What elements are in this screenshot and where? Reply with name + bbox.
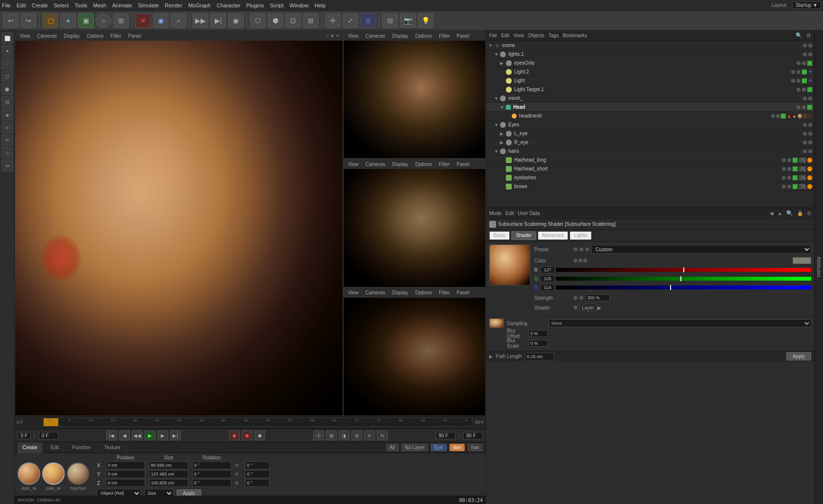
tree-item-leye[interactable]: ▶ L_eye [486, 129, 814, 138]
render-button[interactable]: ⊙ [360, 13, 376, 28]
tab-create[interactable]: Create [18, 442, 43, 453]
prev-frame-button[interactable]: ◀ [119, 431, 130, 440]
tree-item-eyelashes[interactable]: eyelashes ✓ [486, 173, 814, 182]
tab-texture[interactable]: Texture [100, 442, 126, 453]
play-motion-button[interactable]: ▶| [210, 13, 226, 28]
expand-leye[interactable]: ▶ [500, 131, 506, 136]
sculpt-tool[interactable]: ⊹ [1, 147, 13, 159]
go-start-button[interactable]: |◀ [106, 431, 117, 440]
vp-panel[interactable]: Panel [127, 33, 143, 39]
redo-button[interactable]: ↪ [21, 13, 36, 28]
z-rot-input[interactable] [192, 479, 231, 487]
record-button[interactable]: ◉ [228, 13, 244, 28]
sh-gear-icon[interactable]: ⚙ [806, 32, 811, 39]
p-input[interactable] [245, 470, 270, 478]
y-size-input[interactable] [149, 470, 188, 478]
strength-input[interactable] [585, 294, 610, 301]
vp-view[interactable]: View [18, 33, 32, 39]
max-frame[interactable]: 90 F [463, 432, 483, 439]
vp-display[interactable]: Display [62, 33, 81, 39]
vp-options[interactable]: Options [85, 33, 105, 39]
vp-cameras[interactable]: Cameras [36, 33, 59, 39]
sm-userdata[interactable]: User Data [518, 211, 540, 216]
b-input[interactable] [245, 479, 270, 487]
z-size-input[interactable] [149, 479, 188, 487]
tag-all[interactable]: All [386, 444, 399, 451]
sm-search[interactable]: 🔍 [786, 210, 793, 216]
bridge-tool[interactable]: ⊟ [1, 96, 13, 108]
g-input[interactable] [540, 275, 555, 282]
menu-plugins[interactable]: Plugins [246, 2, 264, 8]
tree-item-mesh[interactable]: ▼ mesh_ [486, 94, 814, 103]
r-slider-track[interactable] [556, 268, 811, 272]
refresh-button[interactable]: ↻ [377, 431, 388, 440]
tab-edit[interactable]: Edit [46, 442, 64, 453]
cube-tool[interactable]: ⬜ [1, 32, 13, 44]
mr-cameras[interactable]: Cameras [364, 162, 387, 167]
x-rot-input[interactable] [192, 461, 231, 469]
sh-search-icon[interactable]: 🔍 [796, 32, 802, 39]
tag-eye[interactable]: Eye [431, 444, 446, 451]
tr-options[interactable]: Options [414, 33, 433, 39]
tree-item-lights1[interactable]: ▼ lights.1 [486, 50, 814, 59]
tab-basic[interactable]: Basic [489, 231, 510, 240]
top-right-vp-content[interactable] [344, 41, 485, 158]
br-filter[interactable]: Filter [437, 290, 451, 295]
sm-gear[interactable]: ⚙ [807, 211, 811, 216]
vp-filter[interactable]: Filter [109, 33, 123, 39]
tree-item-lighttarget[interactable]: Light.Target.1 ✓ [486, 85, 814, 94]
expand-hairs[interactable]: ▼ [494, 149, 500, 154]
clip-button[interactable]: ⊛ [351, 431, 362, 440]
blur-offset-input[interactable] [528, 330, 548, 337]
menu-character[interactable]: Character [217, 2, 240, 8]
br-cameras[interactable]: Cameras [364, 290, 387, 295]
mirror-tool[interactable]: ⇔ [1, 160, 13, 171]
x-size-input[interactable] [149, 461, 188, 469]
layer-expand[interactable]: ▶ [598, 305, 601, 311]
b-slider-track[interactable] [556, 286, 811, 289]
main-viewport[interactable]: View Cameras Display Options Filter Pane… [15, 30, 343, 416]
h-input[interactable] [245, 461, 270, 469]
rotate-button[interactable]: ○ [96, 13, 111, 28]
record-button-2[interactable]: ⏺ [229, 431, 240, 440]
menu-simulate[interactable]: Simulate [138, 2, 159, 8]
loop-tool[interactable]: ∞ [1, 121, 13, 133]
apply-btn-main[interactable]: Apply [786, 352, 811, 360]
sampling-select[interactable]: None Gaussian [549, 319, 811, 327]
bevel-tool[interactable]: ◈ [1, 109, 13, 120]
menu-window[interactable]: Window [290, 2, 309, 8]
auto-key-button[interactable]: ⏺ [242, 431, 252, 440]
tree-item-light2[interactable]: Light.2 ✓ ✛ [486, 68, 814, 76]
r-input[interactable] [540, 266, 555, 273]
extrude-tool[interactable]: ⬢ [1, 83, 13, 95]
select-object-button[interactable]: ▢ [43, 13, 58, 28]
uvw-button[interactable]: ⊞ [303, 13, 319, 28]
light-icon-button[interactable]: 💡 [418, 13, 433, 28]
menu-select[interactable]: Select [54, 2, 69, 8]
menu-mesh[interactable]: Mesh [93, 2, 106, 8]
mr-options[interactable]: Options [414, 162, 433, 167]
menu-tools[interactable]: Tools [75, 2, 87, 8]
br-display[interactable]: Display [391, 290, 410, 295]
tree-item-eyesonly[interactable]: ▶ eyesOnly ✓ [486, 59, 814, 68]
null-button[interactable]: ⌿ [171, 13, 186, 28]
camera-button[interactable]: 📷 [400, 13, 416, 28]
tree-item-scene[interactable]: ▼ ⊙ scene [486, 41, 814, 50]
expand-scene[interactable]: ▼ [488, 43, 494, 48]
expand-eyesonly[interactable]: ▶ [500, 61, 506, 66]
mid-right-viewport[interactable]: View Cameras Display Options Filter Pane… [343, 159, 486, 287]
path-length-input[interactable] [525, 353, 554, 360]
paint-tool[interactable]: ✏ [1, 134, 13, 146]
range-end[interactable]: 90 F [436, 432, 455, 439]
sm-mode[interactable]: Mode [489, 211, 501, 216]
tree-item-hairlong[interactable]: Hairhead_long ✓ [486, 156, 814, 165]
tr-filter[interactable]: Filter [437, 33, 451, 39]
add-object-button[interactable]: + [60, 13, 76, 28]
tr-panel[interactable]: Panel [455, 33, 471, 39]
mr-view[interactable]: View [347, 162, 360, 167]
sh-bookmarks[interactable]: Bookmarks [563, 33, 587, 38]
tree-item-brows[interactable]: brows ✓ [486, 182, 814, 191]
sm-edit[interactable]: Edit [505, 211, 514, 216]
tag-skin[interactable]: skin [449, 444, 465, 451]
edges-button[interactable]: ⬢ [268, 13, 283, 28]
